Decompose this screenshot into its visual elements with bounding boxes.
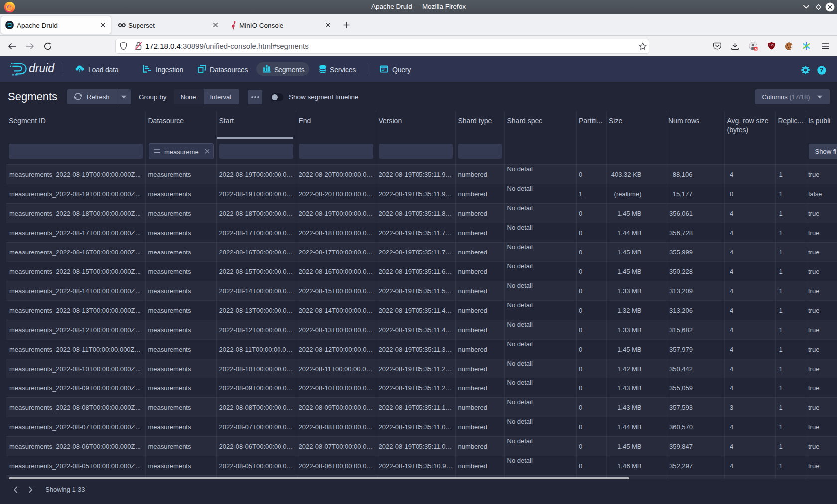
svg-text:?: ? — [820, 67, 823, 74]
svg-text:UO: UO — [769, 44, 774, 47]
